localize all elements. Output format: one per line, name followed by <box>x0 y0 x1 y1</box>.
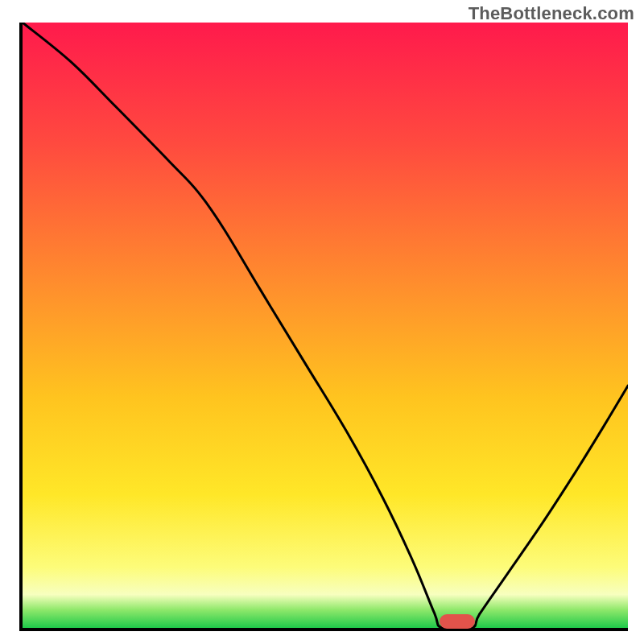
chart-axes-frame <box>19 23 628 631</box>
watermark-text: TheBottleneck.com <box>469 3 634 24</box>
chart-plot-area <box>23 23 628 628</box>
chart-svg <box>23 23 628 628</box>
chart-gradient-background <box>23 23 628 628</box>
optimal-point-marker <box>440 614 475 629</box>
